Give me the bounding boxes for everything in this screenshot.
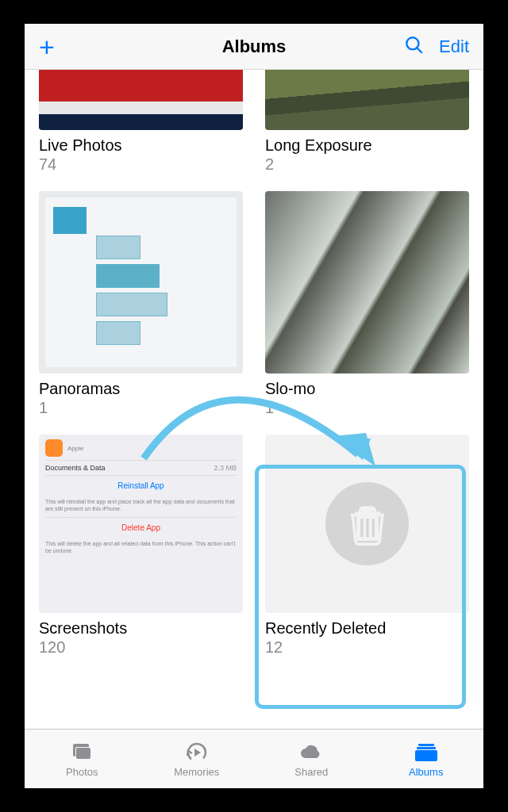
svg-rect-5 (371, 519, 374, 537)
tab-memories[interactable]: Memories (140, 730, 255, 788)
albums-grid-container: Live Photos 74 Long Exposure 2 (25, 70, 483, 729)
album-title: Slo-mo (265, 380, 469, 398)
album-thumbnail (265, 70, 469, 130)
svg-rect-12 (76, 748, 90, 759)
screenshot-delete: Delete App (45, 517, 237, 538)
album-count: 1 (39, 399, 243, 417)
svg-rect-17 (415, 750, 437, 761)
screenshot-reinstall-sub: This will reinstall the app and place ba… (45, 496, 237, 517)
album-thumbnail (265, 191, 469, 373)
tab-label: Photos (66, 766, 98, 778)
album-thumbnail (39, 70, 243, 130)
album-thumbnail (265, 435, 469, 613)
album-title: Panoramas (39, 380, 243, 398)
nav-bar: + Albums Edit (25, 24, 483, 70)
album-count: 12 (265, 638, 469, 657)
tab-label: Memories (174, 766, 219, 778)
album-count: 1 (265, 399, 469, 417)
search-icon[interactable] (404, 35, 425, 59)
cloud-icon (298, 741, 325, 764)
svg-line-1 (417, 48, 422, 53)
screenshot-apple-label: Apple (67, 445, 83, 452)
album-title: Long Exposure (265, 136, 469, 155)
album-slo-mo[interactable]: Slo-mo 1 (265, 191, 469, 417)
screenshot-docs-size: 2.3 MB (214, 464, 237, 472)
photos-icon (68, 741, 95, 764)
album-count: 2 (265, 155, 469, 174)
album-count: 74 (39, 155, 243, 174)
screenshot-docs-label: Documents & Data (45, 464, 106, 472)
album-screenshots[interactable]: Apple Documents & Data 2.3 MB Reinstall … (39, 435, 243, 657)
svg-rect-7 (362, 508, 373, 512)
svg-rect-6 (354, 511, 380, 515)
album-thumbnail (39, 191, 243, 373)
album-thumbnail: Apple Documents & Data 2.3 MB Reinstall … (39, 435, 243, 613)
album-title: Screenshots (39, 619, 243, 638)
tab-bar: Photos Memories Shared Albums (25, 729, 483, 788)
svg-rect-15 (418, 744, 434, 746)
albums-icon (413, 741, 440, 764)
album-count: 120 (39, 638, 243, 657)
album-panoramas[interactable]: Panoramas 1 (39, 191, 243, 417)
album-title: Recently Deleted (265, 619, 469, 638)
svg-rect-3 (360, 519, 363, 537)
svg-point-0 (406, 37, 418, 49)
tab-label: Shared (294, 766, 328, 778)
album-recently-deleted[interactable]: Recently Deleted 12 (265, 435, 469, 657)
svg-marker-14 (194, 749, 201, 756)
album-long-exposure[interactable]: Long Exposure 2 (265, 70, 469, 174)
tab-label: Albums (409, 766, 443, 778)
screenshot-delete-sub: This will delete the app and all related… (45, 538, 237, 559)
trash-icon (325, 482, 409, 565)
tab-shared[interactable]: Shared (254, 730, 369, 788)
album-title: Live Photos (39, 136, 243, 155)
add-album-button[interactable]: + (39, 33, 55, 60)
svg-rect-4 (366, 519, 368, 537)
tab-albums[interactable]: Albums (369, 730, 484, 788)
svg-rect-16 (417, 747, 436, 749)
tab-photos[interactable]: Photos (25, 730, 140, 788)
album-live-photos[interactable]: Live Photos 74 (39, 70, 243, 174)
photos-app-window: + Albums Edit Live Photos 74 Long Exposu… (25, 24, 483, 788)
memories-icon (183, 741, 210, 764)
screenshot-reinstall: Reinstall App (45, 475, 237, 496)
edit-button[interactable]: Edit (439, 36, 469, 57)
